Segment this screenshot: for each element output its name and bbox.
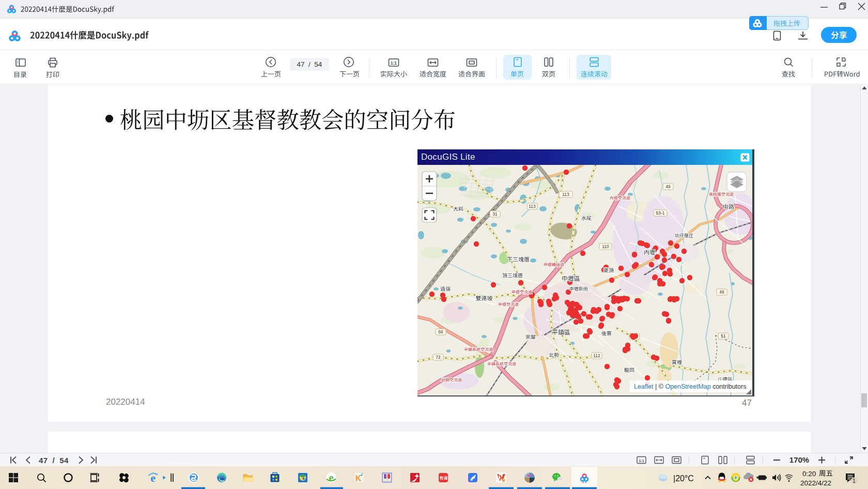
svg-text:K: K	[355, 474, 362, 483]
svg-text:112: 112	[593, 353, 600, 358]
svg-text:Leaflet | © OpenStreetMap cont: Leaflet | © OpenStreetMap contributors	[634, 383, 746, 390]
svg-text:110: 110	[602, 244, 609, 249]
svg-text:113: 113	[529, 204, 536, 209]
svg-text:47 / 54: 47 / 54	[39, 456, 69, 464]
svg-text:0:20: 0:20	[802, 470, 816, 478]
svg-text:66: 66	[438, 329, 443, 334]
svg-text:72: 72	[436, 355, 441, 360]
svg-text:170%: 170%	[789, 455, 809, 464]
svg-text:1: 1	[853, 478, 856, 484]
svg-text:2022/4/22: 2022/4/22	[800, 479, 831, 487]
svg-text:53-1: 53-1	[656, 210, 664, 216]
svg-text:48: 48	[719, 289, 724, 295]
svg-text:|20°C: |20°C	[673, 474, 694, 483]
svg-text:1:1: 1:1	[391, 61, 397, 66]
svg-text:113: 113	[562, 192, 569, 197]
svg-text:1:1: 1:1	[639, 459, 644, 463]
svg-text:51: 51	[721, 333, 726, 339]
svg-text:e: e	[329, 472, 334, 483]
svg-text:31: 31	[492, 211, 498, 217]
svg-text:49: 49	[665, 184, 671, 189]
